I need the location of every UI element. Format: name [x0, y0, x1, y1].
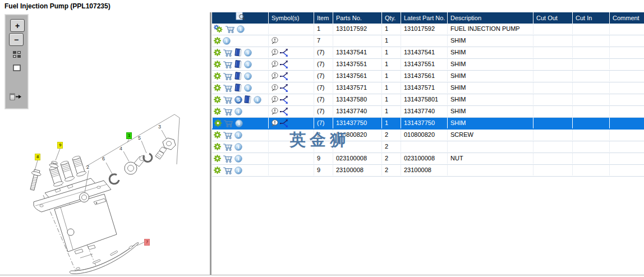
cart-icon[interactable]	[223, 49, 233, 57]
gear-icon[interactable]	[214, 131, 221, 138]
table-row[interactable]: i11310175921131017592FUEL INJECTION PUMP	[212, 24, 644, 35]
cell-actions: i	[212, 141, 268, 152]
table-row[interactable]: i(7)1314375411131437541SHIM	[212, 47, 644, 59]
column-header-actions[interactable]	[212, 12, 268, 24]
balloon-icon[interactable]	[271, 84, 279, 91]
info-icon[interactable]: i	[237, 25, 245, 33]
cart-icon[interactable]	[223, 155, 233, 163]
gear-icon[interactable]	[214, 108, 221, 115]
info-icon[interactable]: i	[244, 49, 252, 57]
cell-item: 1	[314, 24, 333, 34]
cart-icon[interactable]	[223, 84, 233, 92]
column-header-latest_part_no[interactable]: Latest Part No.	[401, 12, 447, 24]
column-header-cut_in[interactable]: Cut In	[572, 12, 609, 24]
cart-icon[interactable]	[223, 96, 233, 104]
arrows-icon[interactable]	[280, 84, 289, 92]
callout-8[interactable]: 8	[35, 154, 40, 160]
table-row[interactable]: i(7)1314375611131437561SHIM	[212, 71, 644, 82]
zoom-in-button[interactable]: +	[10, 19, 25, 32]
gear-icon[interactable]	[214, 155, 221, 162]
cart-icon[interactable]	[223, 108, 233, 116]
book-icon[interactable]	[234, 60, 242, 68]
cart-icon[interactable]	[225, 25, 235, 33]
callout-4[interactable]: 4	[119, 146, 122, 151]
table-row[interactable]: i(7)1314375711131437571SHIM	[212, 82, 644, 94]
table-row[interactable]: i90231000082023100008NUT	[212, 153, 644, 165]
gear-icon[interactable]	[214, 96, 221, 103]
cart-icon[interactable]	[223, 143, 233, 151]
info-icon[interactable]: i	[234, 143, 242, 151]
arrows-icon[interactable]	[280, 108, 289, 116]
info-icon[interactable]: i	[244, 84, 252, 92]
column-header-item[interactable]: Item	[314, 12, 333, 24]
gear2-icon[interactable]	[214, 25, 223, 33]
column-header-comment[interactable]: Comment	[609, 12, 644, 24]
gear-icon[interactable]	[214, 143, 221, 150]
balloon-icon[interactable]	[271, 119, 279, 127]
arrows-icon[interactable]	[280, 61, 289, 68]
panel-splitter[interactable]	[210, 12, 211, 275]
balloon-icon[interactable]	[271, 96, 279, 103]
column-header-qty[interactable]: Qty.	[381, 12, 401, 24]
scircle-icon[interactable]: S	[234, 96, 242, 104]
cart-icon[interactable]	[223, 119, 233, 127]
table-row[interactable]: i(7)1314377401131437740SHIM	[212, 106, 644, 118]
info-icon[interactable]: i	[234, 108, 242, 116]
balloon-icon[interactable]	[271, 72, 279, 80]
callout-1[interactable]: 1	[126, 132, 132, 139]
book-icon[interactable]	[234, 48, 242, 57]
info-icon[interactable]: i	[254, 96, 261, 104]
info-icon[interactable]: i	[234, 167, 242, 174]
callout-2[interactable]: 2	[86, 164, 89, 170]
book-icon[interactable]	[234, 72, 242, 80]
book-icon[interactable]	[244, 95, 252, 104]
tile-view-button[interactable]	[10, 48, 24, 60]
table-row[interactable]: i2	[212, 141, 644, 153]
info-icon[interactable]: i	[244, 72, 252, 80]
arrows-icon[interactable]	[280, 96, 289, 104]
table-row[interactable]: i71SHIM	[212, 35, 644, 47]
zoom-out-button[interactable]: −	[9, 33, 24, 46]
cart-icon[interactable]	[223, 61, 233, 68]
callout-3[interactable]: 3	[158, 124, 161, 130]
fit-view-button[interactable]	[10, 62, 24, 73]
cart-icon[interactable]	[223, 72, 233, 80]
detach-panel-button[interactable]	[9, 91, 22, 103]
gear-icon[interactable]	[214, 84, 221, 91]
gear-icon[interactable]	[214, 61, 221, 68]
column-header-cut_out[interactable]: Cut Out	[533, 12, 572, 24]
info-icon[interactable]: i	[223, 37, 231, 45]
arrows-icon[interactable]	[280, 119, 289, 127]
table-row[interactable]: i(7)1314375511131437551SHIM	[212, 59, 644, 71]
callout-7[interactable]: 7	[144, 239, 150, 246]
info-icon[interactable]: i	[244, 61, 252, 68]
table-row[interactable]: i923100008223100008	[212, 165, 644, 177]
balloon-icon[interactable]	[271, 108, 279, 115]
callout-9[interactable]: 9	[57, 142, 63, 149]
info-icon[interactable]: i	[234, 131, 242, 139]
arrows-icon[interactable]	[280, 49, 289, 57]
book-icon[interactable]	[234, 84, 242, 92]
info-icon[interactable]: i	[234, 155, 242, 163]
gear-icon[interactable]	[214, 119, 222, 127]
gear-icon[interactable]	[214, 49, 221, 56]
cart-icon[interactable]	[223, 131, 233, 139]
diagram-canvas[interactable]: 891264537	[0, 12, 210, 275]
balloon-icon[interactable]	[271, 49, 279, 56]
gear-icon[interactable]	[214, 72, 221, 80]
column-header-description[interactable]: Description	[447, 12, 533, 24]
callout-5[interactable]: 5	[138, 135, 141, 141]
table-row[interactable]: i80108008202010800820SCREW	[212, 130, 644, 141]
balloon-icon[interactable]	[271, 37, 279, 44]
cart-icon[interactable]	[223, 167, 233, 174]
table-row[interactable]: i(7)1314377501131437750SHIM	[212, 118, 644, 130]
column-header-symbols[interactable]: Symbol(s)	[268, 12, 314, 24]
callout-6[interactable]: 6	[102, 156, 105, 161]
balloon-icon[interactable]	[271, 61, 279, 68]
gear-icon[interactable]	[214, 37, 221, 44]
table-row[interactable]: Si(7)13143758011314375801SHIM	[212, 94, 644, 106]
column-header-parts_no[interactable]: Parts No.	[333, 12, 381, 24]
arrows-icon[interactable]	[280, 72, 289, 80]
info-icon[interactable]: i	[235, 119, 243, 127]
gear-icon[interactable]	[214, 167, 221, 174]
